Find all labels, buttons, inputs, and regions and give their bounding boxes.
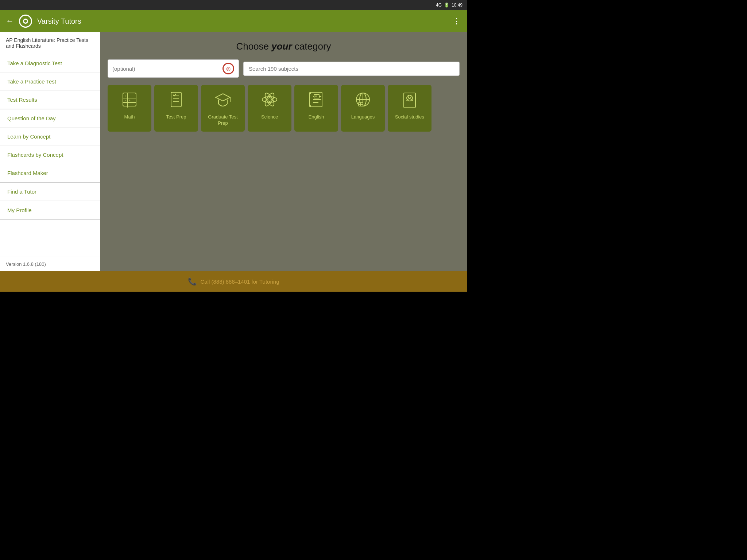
title-suffix: category bbox=[292, 41, 331, 52]
sidebar-group-learn: Question of the Day Learn by Concept Fla… bbox=[0, 109, 100, 183]
category-math[interactable]: + − × ÷ Math bbox=[108, 85, 151, 132]
battery-indicator: 🔋 bbox=[444, 3, 449, 8]
category-science[interactable]: Science bbox=[248, 85, 291, 132]
page-title: Choose your category bbox=[108, 41, 460, 52]
sidebar-version: Version 1.6.8 (180) bbox=[0, 257, 100, 271]
svg-text:÷: ÷ bbox=[129, 99, 131, 102]
compass-icon: ◎ bbox=[222, 63, 234, 74]
optional-search-box: ◎ bbox=[108, 59, 239, 78]
content-area: Choose your category ◎ + bbox=[100, 32, 467, 271]
subject-search-box bbox=[243, 62, 460, 76]
sidebar-group-tests: Take a Diagnostic Test Take a Practice T… bbox=[0, 54, 100, 109]
sidebar-item-my-profile[interactable]: My Profile bbox=[0, 201, 100, 219]
search-row: ◎ bbox=[108, 59, 460, 78]
math-icon: + − × ÷ bbox=[121, 92, 138, 110]
sidebar-item-learn-by-concept[interactable]: Learn by Concept bbox=[0, 128, 100, 146]
sidebar: AP English Literature: Practice Tests an… bbox=[0, 32, 100, 271]
more-options-button[interactable]: ⋮ bbox=[453, 16, 461, 26]
test-prep-label: Test Prep bbox=[166, 114, 186, 120]
sidebar-group-profile: My Profile bbox=[0, 201, 100, 220]
optional-search-input[interactable] bbox=[112, 66, 220, 72]
status-bar: 4G 🔋 10:49 bbox=[0, 0, 467, 10]
science-icon bbox=[262, 92, 278, 110]
english-icon: B bbox=[308, 92, 324, 110]
svg-marker-12 bbox=[216, 94, 230, 101]
svg-text:+: + bbox=[124, 94, 126, 98]
svg-point-14 bbox=[268, 98, 271, 101]
bottom-call-bar[interactable]: 📞 Call (888) 888–1401 for Tutoring bbox=[0, 271, 467, 292]
svg-point-34 bbox=[408, 95, 411, 98]
sidebar-item-flashcard-maker[interactable]: Flashcard Maker bbox=[0, 164, 100, 182]
title-prefix: Choose bbox=[236, 41, 271, 52]
back-button[interactable]: ← bbox=[6, 16, 14, 26]
globe-icon bbox=[355, 92, 371, 110]
sidebar-item-results[interactable]: Test Results bbox=[0, 91, 100, 109]
test-prep-icon bbox=[168, 92, 184, 110]
sidebar-item-diagnostic[interactable]: Take a Diagnostic Test bbox=[0, 54, 100, 73]
subject-search-input[interactable] bbox=[249, 66, 454, 72]
category-grad-test-prep[interactable]: Graduate Test Prep bbox=[201, 85, 245, 132]
svg-rect-8 bbox=[171, 92, 181, 107]
phone-icon: 📞 bbox=[188, 277, 197, 286]
social-studies-label: Social studies bbox=[395, 114, 424, 120]
call-text: Call (888) 888–1401 for Tutoring bbox=[201, 279, 279, 285]
sidebar-item-find-tutor[interactable]: Find a Tutor bbox=[0, 183, 100, 201]
science-label: Science bbox=[261, 114, 278, 120]
svg-text:B: B bbox=[315, 95, 317, 98]
math-label: Math bbox=[124, 114, 135, 120]
social-studies-icon bbox=[402, 92, 418, 110]
svg-text:−: − bbox=[129, 94, 131, 98]
app-bar: ← Varsity Tutors ⋮ bbox=[0, 10, 467, 32]
category-grid: + − × ÷ Math bbox=[108, 85, 460, 132]
sidebar-item-practice[interactable]: Take a Practice Test bbox=[0, 73, 100, 91]
category-social-studies[interactable]: Social studies bbox=[388, 85, 431, 132]
sidebar-header: AP English Literature: Practice Tests an… bbox=[0, 32, 100, 54]
title-italic: your bbox=[271, 41, 292, 52]
languages-label: Languages bbox=[351, 114, 375, 120]
category-languages[interactable]: Languages bbox=[341, 85, 385, 132]
grad-test-prep-label: Graduate Test Prep bbox=[205, 114, 241, 127]
sidebar-group-tutor: Find a Tutor bbox=[0, 183, 100, 201]
logo-icon bbox=[19, 15, 32, 28]
svg-text:×: × bbox=[124, 99, 126, 102]
category-english[interactable]: B English bbox=[294, 85, 338, 132]
app-title: Varsity Tutors bbox=[37, 17, 448, 26]
sidebar-item-question-of-day[interactable]: Question of the Day bbox=[0, 109, 100, 128]
signal-indicator: 4G bbox=[436, 3, 442, 8]
sidebar-item-flashcards-by-concept[interactable]: Flashcards by Concept bbox=[0, 146, 100, 164]
grad-icon bbox=[215, 92, 231, 110]
logo-inner-circle bbox=[23, 19, 28, 24]
clock: 10:49 bbox=[452, 3, 462, 8]
main-layout: AP English Literature: Practice Tests an… bbox=[0, 32, 467, 271]
category-test-prep[interactable]: Test Prep bbox=[154, 85, 198, 132]
english-label: English bbox=[309, 114, 324, 120]
